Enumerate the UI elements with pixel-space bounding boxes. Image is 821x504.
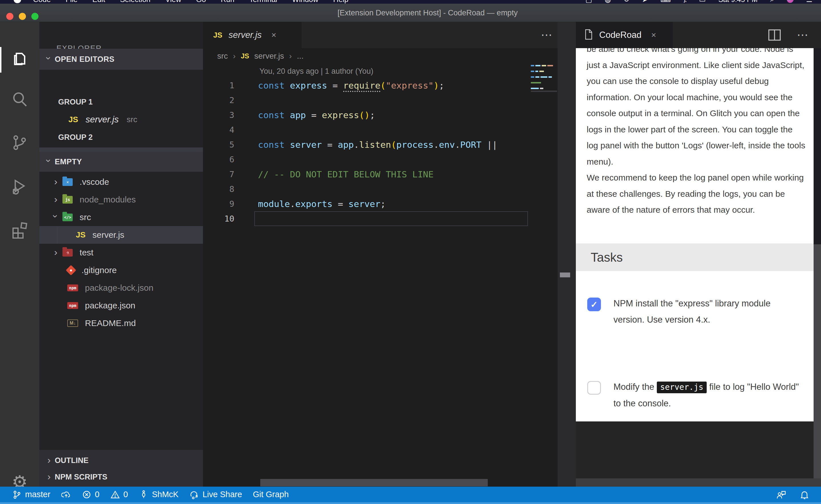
menu-item-help[interactable]: Help xyxy=(333,0,348,4)
status-item-live-share[interactable]: Live Share xyxy=(189,490,242,499)
tree-item-test[interactable]: ›⚗test xyxy=(39,244,203,261)
refresh-icon[interactable]: ↻ xyxy=(624,0,630,4)
window-title: [Extension Development Host] - CodeRoad … xyxy=(0,4,821,22)
menu-status-icons: ▢◍↻➤⌨⁒▭Sat 9:45 PM⌕☰ xyxy=(585,0,812,4)
code-line[interactable]: 4 xyxy=(203,122,531,137)
breadcrumb-item[interactable]: server.js xyxy=(254,52,284,61)
play-icon[interactable]: ➤ xyxy=(642,0,648,4)
menu-item-run[interactable]: Run xyxy=(221,0,234,4)
menu-item-window[interactable]: Window xyxy=(292,0,318,4)
window-bottom-edge xyxy=(0,502,821,504)
chevron-down-icon: › xyxy=(50,214,61,218)
code-line[interactable]: 9module.exports = server; xyxy=(203,196,531,211)
code-line[interactable]: 5const server = app.listen(process.env.P… xyxy=(203,137,531,152)
status-bell-icon[interactable] xyxy=(799,489,810,500)
npm-icon: npm xyxy=(67,302,78,309)
npm-icon: npm xyxy=(67,284,78,291)
breadcrumb-item[interactable]: src xyxy=(217,52,228,61)
control-center-icon[interactable]: ☰ xyxy=(806,0,812,4)
close-tab-icon[interactable]: × xyxy=(651,30,656,40)
tab-server-js[interactable]: JS server.js × xyxy=(203,22,302,48)
npm-scripts-section-header[interactable]: › NPM SCRIPTS xyxy=(39,469,203,485)
task-checkbox[interactable]: ✓ xyxy=(587,298,601,311)
open-editors-header[interactable]: › OPEN EDITORS xyxy=(39,49,203,70)
folder-node-icon: js xyxy=(62,196,73,204)
line-number: 5 xyxy=(203,140,234,149)
code-line[interactable]: 1const express = require("express"); xyxy=(203,78,531,93)
editor-more-actions-icon[interactable]: ⋯ xyxy=(541,28,553,41)
breadcrumb[interactable]: src›JSserver.js›... xyxy=(217,48,304,64)
menu-item-selection[interactable]: Selection xyxy=(120,0,150,4)
outline-section-header[interactable]: › OUTLINE xyxy=(39,452,203,469)
git-icon xyxy=(66,265,76,276)
tutorial-text: be able to check what's going on in your… xyxy=(587,48,806,218)
inline-code-chip: server.js xyxy=(657,382,707,393)
breadcrumb-item[interactable]: ... xyxy=(297,52,304,61)
search-icon[interactable]: ⌕ xyxy=(770,0,774,4)
status-item-git-graph[interactable]: Git Graph xyxy=(253,490,289,499)
javascript-file-icon: JS xyxy=(213,31,223,40)
minimap[interactable] xyxy=(531,65,558,93)
webview-scrollbar[interactable] xyxy=(814,48,821,478)
apple-menu-icon[interactable] xyxy=(14,0,21,3)
keystroke-icon[interactable]: ⌨ xyxy=(661,0,671,4)
code-line[interactable]: 6 xyxy=(203,152,531,167)
task-checkbox[interactable] xyxy=(587,381,601,395)
tree-item-src[interactable]: ›</>src xyxy=(39,208,203,226)
folder-test-icon: ⚗ xyxy=(62,249,73,257)
activity-explorer-icon[interactable] xyxy=(0,43,39,75)
panel-more-actions-icon[interactable]: ⋯ xyxy=(797,28,809,41)
menu-item-file[interactable]: File xyxy=(66,0,77,4)
tree-item-node_modules[interactable]: ›jsnode_modules xyxy=(39,191,203,208)
siri-icon[interactable] xyxy=(787,0,794,3)
status-item-cloud-upload[interactable] xyxy=(61,490,71,499)
code-line[interactable]: 3const app = express(); xyxy=(203,108,531,122)
line-number: 8 xyxy=(203,184,234,194)
editor-tab-bar: JS server.js × ⋯ xyxy=(203,22,576,48)
open-editor-item-serverjs[interactable]: JSserver.jssrc xyxy=(39,111,203,128)
indent-guide xyxy=(57,226,57,244)
menu-item-code[interactable]: Code xyxy=(33,0,51,4)
code-editor[interactable]: 1const express = require("express");23co… xyxy=(203,78,531,226)
tree-item-packagejson[interactable]: npmpackage.json xyxy=(39,297,203,314)
shield-icon[interactable]: ◍ xyxy=(604,0,611,4)
status-item-0[interactable]: 0 xyxy=(110,490,128,499)
display-icon[interactable]: ▢ xyxy=(585,0,592,4)
activity-search-icon[interactable] xyxy=(0,84,39,115)
menu-item-edit[interactable]: Edit xyxy=(92,0,105,4)
menu-item-terminal[interactable]: Terminal xyxy=(249,0,277,4)
close-tab-icon[interactable]: × xyxy=(271,30,277,40)
tree-item-packagelockjson[interactable]: npmpackage-lock.json xyxy=(39,279,203,297)
tree-item-serverjs[interactable]: JSserver.js xyxy=(39,226,203,244)
code-line[interactable]: 8 xyxy=(203,182,531,196)
activity-extensions-icon[interactable] xyxy=(0,214,39,245)
split-editor-icon[interactable] xyxy=(768,29,781,42)
tree-item-vscode[interactable]: ›✕.vscode xyxy=(39,173,203,191)
menu-item-view[interactable]: View xyxy=(165,0,181,4)
status-feedback-icon[interactable] xyxy=(776,489,786,500)
status-item-master[interactable]: master xyxy=(12,490,50,499)
code-line[interactable]: 2 xyxy=(203,93,531,108)
status-item-0[interactable]: 0 xyxy=(82,490,99,499)
percent-icon[interactable]: ⁒ xyxy=(683,0,687,4)
menu-clock[interactable]: Sat 9:45 PM xyxy=(718,0,758,4)
window-title-bar[interactable]: [Extension Development Host] - CodeRoad … xyxy=(0,4,821,22)
activity-source-control-icon[interactable] xyxy=(0,127,39,158)
chevron-right-icon: › xyxy=(47,454,50,466)
codelens-annotation[interactable]: You, 20 days ago | 1 author (You) xyxy=(260,67,373,76)
activity-run-debug-icon[interactable] xyxy=(0,171,39,202)
warning-icon xyxy=(110,490,120,499)
battery-icon[interactable]: ▭ xyxy=(699,0,706,4)
tab-coderoad[interactable]: CodeRoad × xyxy=(576,22,673,48)
chevron-right-icon: › xyxy=(54,247,57,258)
folder-section-header[interactable]: › EMPTY xyxy=(39,152,203,172)
tree-item-READMEmd[interactable]: M↓README.md xyxy=(39,314,203,332)
editor-scrollbar[interactable] xyxy=(557,22,576,487)
line-number: 10 xyxy=(203,214,234,224)
task-item: ✓NPM install the "express" library modul… xyxy=(587,298,810,328)
status-item-shmck[interactable]: ShMcK xyxy=(139,490,178,499)
editor-horizontal-scrollbar[interactable] xyxy=(260,479,488,486)
tree-item-gitignore[interactable]: .gitignore xyxy=(39,261,203,279)
code-line[interactable]: 7// -- DO NOT EDIT BELOW THIS LINE xyxy=(203,167,531,182)
menu-item-go[interactable]: Go xyxy=(196,0,206,4)
